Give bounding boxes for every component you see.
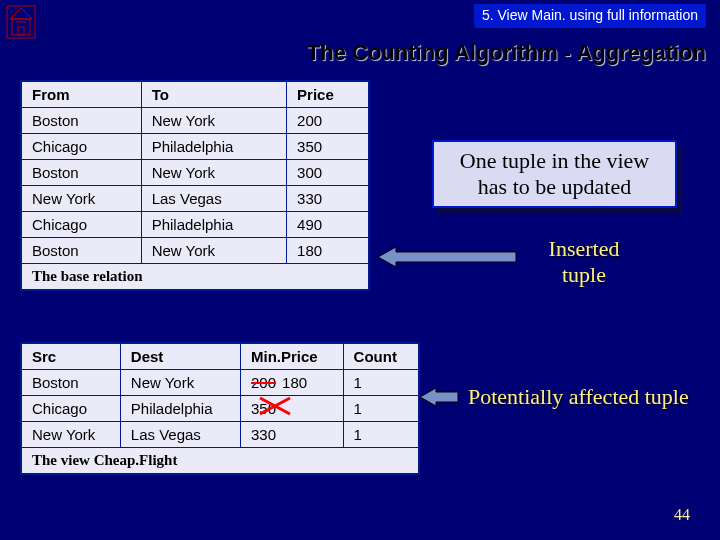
table-row: New York Las Vegas 330 1 [21, 422, 419, 448]
page-title: The Counting Algorithm - Aggregation [0, 40, 720, 66]
col-count: Count [343, 343, 419, 370]
table-row: Chicago Philadelphia 350 1 [21, 396, 419, 422]
svg-marker-5 [378, 247, 516, 267]
table-row: ChicagoPhiladelphia490 [21, 212, 369, 238]
base-relation-table: From To Price BostonNew York200 ChicagoP… [20, 80, 370, 291]
col-price: Price [287, 81, 369, 108]
updated-price-cell: 200180 [241, 370, 344, 396]
col-minprice: Min.Price [241, 343, 344, 370]
svg-marker-6 [420, 388, 458, 406]
note-inserted: Inserted tuple [524, 236, 644, 288]
arrow-left-icon [378, 244, 518, 270]
table-row: New YorkLas Vegas330 [21, 186, 369, 212]
table-row: BostonNew York180 [21, 238, 369, 264]
table-header-row: Src Dest Min.Price Count [21, 343, 419, 370]
logo-icon [6, 5, 36, 39]
col-to: To [141, 81, 286, 108]
col-src: Src [21, 343, 120, 370]
note-affected: Potentially affected tuple [468, 384, 689, 410]
table-row: ChicagoPhiladelphia350 [21, 134, 369, 160]
header-tab: 5. View Main. using full information [474, 4, 706, 28]
callout-update: One tuple in the view has to be updated [432, 140, 677, 208]
cross-icon [258, 395, 292, 417]
arrow-left-icon [420, 386, 460, 408]
slide-number: 44 [674, 506, 690, 524]
table-row: Boston New York 200180 1 [21, 370, 419, 396]
col-dest: Dest [120, 343, 240, 370]
table-header-row: From To Price [21, 81, 369, 108]
base-caption: The base relation [21, 264, 369, 291]
view-table: Src Dest Min.Price Count Boston New York… [20, 342, 420, 475]
table-row: BostonNew York200 [21, 108, 369, 134]
view-caption: The view Cheap.Flight [21, 448, 419, 475]
table-row: BostonNew York300 [21, 160, 369, 186]
col-from: From [21, 81, 141, 108]
